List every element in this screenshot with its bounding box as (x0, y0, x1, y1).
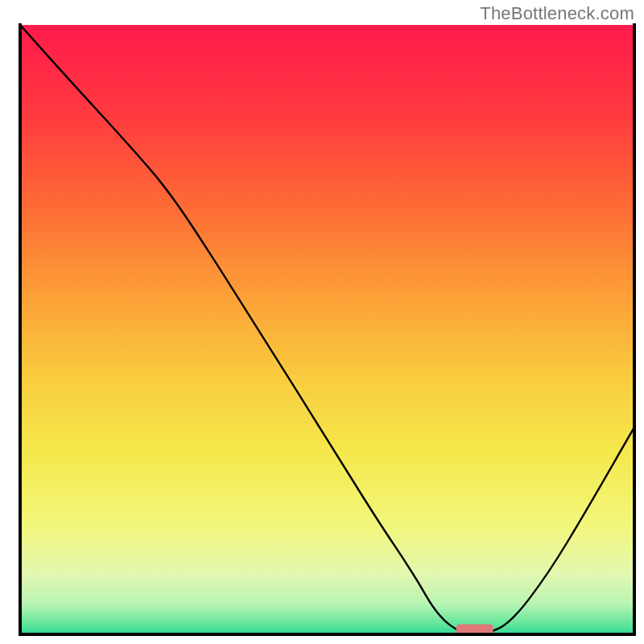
plot-background (20, 25, 634, 634)
watermark-label: TheBottleneck.com (480, 3, 634, 24)
bottleneck-chart (0, 0, 644, 644)
chart-frame: TheBottleneck.com (0, 0, 644, 644)
